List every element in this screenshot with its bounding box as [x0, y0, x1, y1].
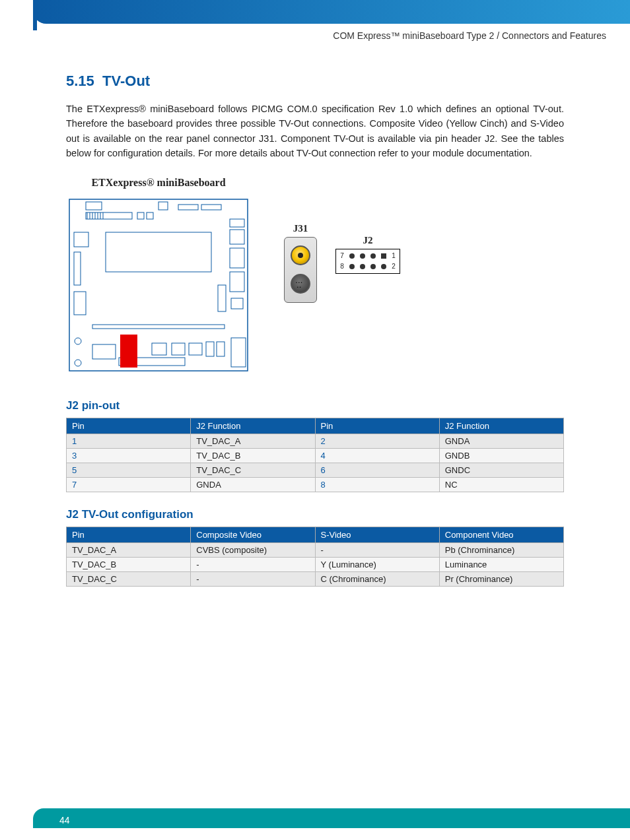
cell-pin: 8	[315, 477, 439, 492]
svg-rect-3	[178, 205, 198, 210]
svg-rect-37	[120, 335, 137, 348]
cell-cv: Pr (Chrominance)	[439, 571, 563, 586]
section-title: TV-Out	[102, 73, 150, 89]
header-bar	[33, 0, 630, 24]
svg-rect-32	[231, 338, 246, 367]
side-stripe	[33, 0, 37, 30]
cell-pin: TV_DAC_A	[67, 542, 191, 557]
svg-point-33	[75, 338, 81, 344]
j2-pin-header-diagram: 7 1 8 2	[335, 249, 400, 274]
th-func2: J2 Function	[439, 418, 563, 434]
table-row: TV_DAC_ACVBS (composite)-Pb (Chrominance…	[67, 542, 564, 557]
board-diagram-title: ETXexpress® miniBaseboard	[66, 177, 251, 189]
svideo-jack-icon	[291, 274, 310, 294]
board-diagram	[66, 193, 251, 377]
svg-rect-14	[147, 212, 153, 219]
svg-rect-30	[217, 342, 225, 356]
cell-pin: 2	[315, 434, 439, 448]
svg-rect-23	[218, 285, 226, 311]
th-cvid: Component Video	[439, 527, 563, 542]
cell-pin: 5	[67, 463, 191, 477]
cell-func: NC	[439, 477, 563, 492]
j31-connector	[284, 237, 317, 303]
svg-rect-18	[230, 272, 244, 292]
j2-config-table: Pin Composite Video S-Video Component Vi…	[66, 527, 564, 587]
table-row: TV_DAC_B-Y (Luminance)Luminance	[67, 557, 564, 571]
svg-rect-2	[158, 202, 168, 210]
cell-pin: 1	[67, 434, 191, 448]
svg-rect-26	[152, 343, 166, 355]
cell-sv: Y (Luminance)	[315, 557, 439, 571]
cell-sv: -	[315, 542, 439, 557]
svg-rect-19	[106, 232, 211, 272]
pin-dot-icon	[349, 264, 355, 269]
table-row: 7GNDA8NC	[67, 477, 564, 492]
cell-comp: CVBS (composite)	[191, 542, 315, 557]
cell-func: GNDA	[191, 477, 315, 492]
j2-pin-2: 2	[392, 263, 396, 270]
table-row: 5TV_DAC_C6GNDC	[67, 463, 564, 477]
th-pin: Pin	[67, 418, 191, 434]
svg-rect-4	[201, 205, 221, 210]
j2-pin-1: 1	[392, 253, 396, 259]
cell-cv: Pb (Chrominance)	[439, 542, 563, 557]
svg-point-34	[75, 360, 81, 366]
svg-rect-1	[86, 202, 102, 210]
cell-func: TV_DAC_B	[191, 448, 315, 463]
cell-func: GNDC	[439, 463, 563, 477]
table-row: TV_DAC_C-C (Chrominance)Pr (Chrominance)	[67, 571, 564, 586]
th-pin: Pin	[67, 527, 191, 542]
j2-pin-8: 8	[340, 263, 344, 270]
section-number: 5.15	[66, 73, 94, 89]
pin-dot-icon	[370, 253, 376, 259]
breadcrumb: COM Express™ miniBaseboard Type 2 / Conn…	[333, 30, 606, 41]
svg-rect-27	[172, 343, 185, 355]
svg-rect-28	[189, 343, 202, 355]
cell-func: GNDB	[439, 448, 563, 463]
pin-square-icon	[381, 253, 386, 259]
cell-pin: TV_DAC_C	[67, 571, 191, 586]
svg-rect-35	[92, 325, 225, 329]
cell-comp: -	[191, 571, 315, 586]
svg-rect-25	[92, 344, 116, 359]
pin-dot-icon	[360, 264, 365, 269]
j2-pin-7: 7	[340, 253, 344, 259]
svg-rect-29	[206, 342, 214, 356]
j31-label: J31	[284, 223, 317, 234]
rca-jack-icon	[291, 245, 310, 265]
table-row: 3TV_DAC_B4GNDB	[67, 448, 564, 463]
cell-func: GNDA	[439, 434, 563, 448]
cell-comp: -	[191, 557, 315, 571]
pin-dot-icon	[370, 264, 376, 269]
cell-func: TV_DAC_C	[191, 463, 315, 477]
th-pin2: Pin	[315, 418, 439, 434]
table-row: 1TV_DAC_A2GNDA	[67, 434, 564, 448]
th-svid: S-Video	[315, 527, 439, 542]
svg-rect-16	[230, 230, 244, 244]
j2-pinout-table: Pin J2 Function Pin J2 Function 1TV_DAC_…	[66, 418, 564, 492]
j2-label: J2	[363, 235, 373, 246]
page-number: 44	[59, 815, 70, 825]
figure-row: ETXexpress® miniBaseboard	[66, 177, 564, 379]
svg-rect-17	[230, 248, 244, 268]
svg-rect-20	[74, 232, 88, 247]
svg-rect-24	[231, 298, 243, 309]
section-heading: 5.15 TV-Out	[66, 73, 564, 90]
cell-sv: C (Chrominance)	[315, 571, 439, 586]
th-func: J2 Function	[191, 418, 315, 434]
footer-bar	[33, 808, 630, 828]
intro-paragraph: The ETXexpress® miniBaseboard follows PI…	[66, 102, 564, 161]
svg-rect-15	[230, 219, 244, 227]
cell-pin: 3	[67, 448, 191, 463]
svg-rect-22	[74, 292, 86, 315]
cell-func: TV_DAC_A	[191, 434, 315, 448]
cell-pin: 7	[67, 477, 191, 492]
j2-pinout-heading: J2 pin-out	[66, 399, 564, 412]
svg-rect-13	[137, 212, 144, 219]
pin-dot-icon	[381, 264, 386, 269]
th-comp: Composite Video	[191, 527, 315, 542]
cell-pin: 4	[315, 448, 439, 463]
cell-cv: Luminance	[439, 557, 563, 571]
pin-dot-icon	[349, 253, 355, 259]
cell-pin: 6	[315, 463, 439, 477]
